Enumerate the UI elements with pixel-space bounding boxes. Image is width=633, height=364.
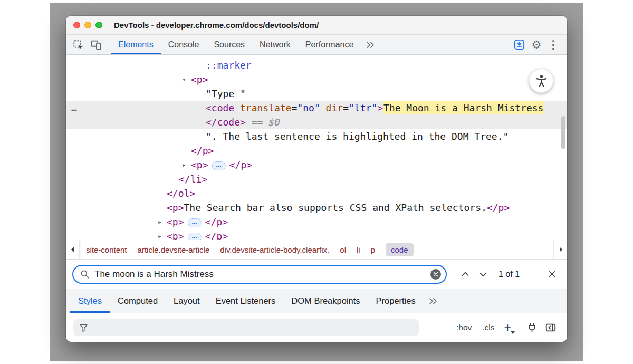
breadcrumb-bar: site-contentarticle.devsite-articlediv.d… (66, 240, 567, 260)
dom-tree-row[interactable]: </ol> (66, 186, 567, 200)
clear-circle-icon[interactable] (430, 269, 441, 280)
dom-tree-row[interactable]: ". The last sentence is highlighted in t… (66, 129, 567, 143)
dom-token-tag: </p> (191, 145, 214, 156)
dom-token-tag: </ol> (167, 188, 195, 199)
dom-token-tag: <code (206, 102, 234, 113)
styles-filter-input[interactable] (93, 323, 414, 332)
dom-tree-row[interactable]: ▸<p>…</p> (66, 215, 567, 229)
breadcrumb-item-div-devsite-article-body-clearfix[interactable]: div.devsite-article-body.clearfix. (220, 245, 329, 254)
sidebar-tab-properties[interactable]: Properties (368, 289, 424, 313)
chevron-down-icon[interactable] (474, 265, 492, 283)
dom-token-tag: <p> (167, 231, 184, 240)
search-icon (80, 269, 90, 280)
sidebar-tab-list: StylesComputedLayoutEvent ListenersDOM B… (70, 289, 424, 313)
overflow-dots-icon[interactable]: … (71, 101, 78, 115)
tab-performance[interactable]: Performance (298, 35, 361, 54)
expand-ellipsis-icon[interactable]: … (212, 161, 226, 170)
scrollbar-thumb[interactable] (561, 116, 565, 149)
traffic-lights (66, 22, 102, 28)
search-input-box[interactable] (72, 265, 447, 284)
disclosure-triangle-closed-icon[interactable]: ▸ (179, 158, 189, 172)
dom-token-meta: == (246, 117, 268, 128)
zoom-window-button[interactable] (95, 22, 102, 28)
dom-tree-row[interactable]: ▸<p>…</p> (66, 229, 567, 240)
chevron-up-icon[interactable] (456, 265, 474, 283)
search-input[interactable] (94, 269, 426, 280)
window-title: DevTools - developer.chrome.com/docs/dev… (114, 21, 319, 30)
dom-tree-row[interactable]: ::marker (66, 58, 567, 72)
kebab-menu-icon[interactable]: ⋮ (545, 39, 562, 51)
dom-token-val: "no" (297, 102, 320, 113)
accessibility-person-icon[interactable] (529, 69, 553, 93)
dom-token-attr: dir (320, 102, 343, 113)
dom-tree-row[interactable]: </li> (66, 172, 567, 186)
dom-tree-row[interactable]: </p> (66, 143, 567, 158)
toolbar-divider (108, 40, 108, 50)
dom-node-text: <code translate="no" dir="ltr">The Moon … (66, 101, 567, 115)
dom-node-text: ::marker (66, 58, 567, 72)
dom-token-tag: <p> (191, 159, 208, 170)
chevron-left-icon[interactable] (66, 240, 80, 259)
dom-token-tag: </p> (205, 231, 228, 240)
dom-tree-row[interactable]: ▸<p>…</p> (66, 158, 567, 172)
breadcrumb-item-p[interactable]: p (371, 245, 375, 254)
sidebar-more-tabs-chevron-icon[interactable] (424, 289, 443, 313)
dom-tree-panel: ::marker▾<p>"Type "…<code translate="no"… (66, 55, 567, 240)
tab-network[interactable]: Network (252, 35, 298, 54)
funnel-icon (79, 323, 89, 333)
dock-side-icon[interactable] (510, 39, 528, 51)
tab-sources[interactable]: Sources (206, 35, 252, 54)
disclosure-triangle-closed-icon[interactable]: ▸ (155, 229, 165, 240)
dom-node-text: <p>…</p> (66, 229, 567, 240)
more-tabs-chevron-icon[interactable] (361, 35, 380, 54)
vertical-scrollbar[interactable] (561, 58, 566, 237)
chevron-right-icon[interactable] (553, 240, 567, 259)
breadcrumb-item-code[interactable]: code (386, 243, 414, 256)
styles-filter-field[interactable] (73, 319, 419, 336)
minimize-window-button[interactable] (84, 22, 91, 28)
dom-tree-row[interactable]: …<code translate="no" dir="ltr">The Moon… (66, 101, 567, 115)
dom-tree-row[interactable]: <p>The Search bar also supports CSS and … (66, 200, 567, 215)
sidebar-tab-layout[interactable]: Layout (166, 289, 208, 313)
dom-tree-row[interactable]: </code> == $0 (66, 115, 567, 129)
dom-token-pseudo: ::marker (206, 60, 252, 71)
dom-node-text: <p>…</p> (66, 158, 567, 172)
breadcrumb-item-site-content[interactable]: site-content (86, 245, 127, 254)
dom-token-attr: translate (234, 102, 291, 113)
plus-icon: + (504, 321, 511, 334)
breadcrumb-item-ol[interactable]: ol (340, 245, 346, 254)
tab-elements[interactable]: Elements (111, 35, 161, 54)
dom-node-text: <p>…</p> (66, 215, 567, 229)
element-classes-button[interactable]: .cls (477, 320, 499, 336)
inspect-icon[interactable] (69, 35, 87, 54)
settings-gear-icon[interactable]: ⚙ (528, 39, 545, 51)
expand-ellipsis-icon[interactable]: … (188, 218, 202, 227)
search-bar: 1 of 1 (66, 260, 567, 289)
breadcrumb: site-contentarticle.devsite-articlediv.d… (80, 243, 553, 256)
sidebar-tab-computed[interactable]: Computed (110, 289, 166, 313)
plug-icon[interactable] (523, 319, 541, 337)
new-style-rule-button[interactable]: + (501, 322, 515, 333)
toggle-element-state-button[interactable]: :hov (452, 320, 476, 336)
tab-console[interactable]: Console (161, 35, 207, 54)
sidebar-tab-event-listeners[interactable]: Event Listeners (208, 289, 284, 313)
dom-token-tag: </p> (487, 202, 510, 213)
sidebar-tab-styles[interactable]: Styles (70, 289, 110, 313)
sidebar-toggle-icon[interactable] (542, 319, 560, 337)
dom-token-tag: <p> (167, 216, 184, 227)
dom-token-text: = (343, 102, 349, 113)
device-toolbar-icon[interactable] (87, 35, 105, 54)
disclosure-triangle-closed-icon[interactable]: ▸ (155, 215, 165, 229)
close-icon[interactable] (543, 265, 561, 283)
disclosure-triangle-open-icon[interactable]: ▾ (179, 72, 189, 87)
breadcrumb-item-li[interactable]: li (357, 245, 360, 254)
expand-ellipsis-icon[interactable]: … (188, 233, 202, 241)
sidebar-tab-dom-breakpoints[interactable]: DOM Breakpoints (283, 289, 368, 313)
dom-tree-row[interactable]: ▾<p> (66, 72, 567, 87)
dom-tree-row[interactable]: "Type " (66, 87, 567, 101)
close-window-button[interactable] (73, 22, 80, 28)
dom-node-text: </li> (66, 172, 567, 186)
dom-node-text: ". The last sentence is highlighted in t… (66, 129, 567, 143)
breadcrumb-item-article-devsite-article[interactable]: article.devsite-article (138, 245, 210, 254)
window-titlebar: DevTools - developer.chrome.com/docs/dev… (66, 16, 567, 35)
